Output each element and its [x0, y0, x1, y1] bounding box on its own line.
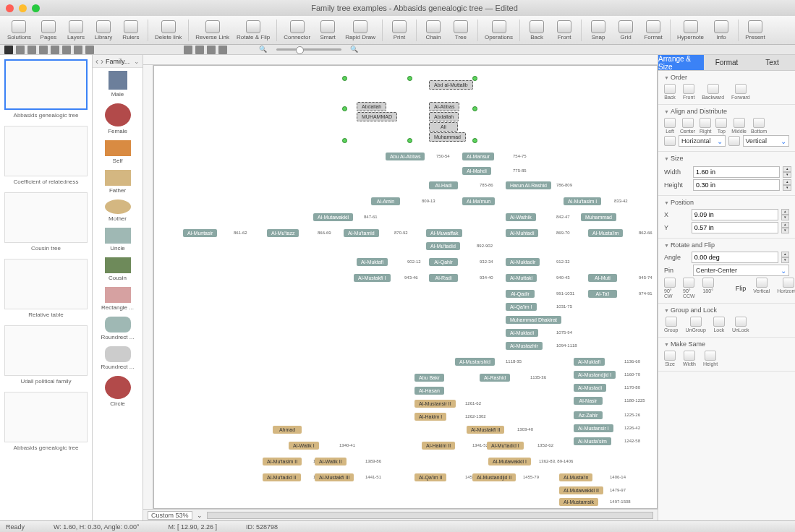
fwd-nav-icon[interactable]: ›: [101, 56, 103, 66]
tree-node[interactable]: Muhammad: [581, 213, 616, 221]
tree-node[interactable]: Muhammad Dhakirat: [506, 316, 561, 324]
toolbar-solutions[interactable]: Solutions: [4, 17, 34, 43]
height-button[interactable]: Height: [703, 351, 718, 366]
toolbar-operations[interactable]: Operations: [482, 17, 516, 43]
tree-node[interactable]: Abdallah: [357, 102, 386, 111]
width-stepper[interactable]: ▴▾: [783, 166, 791, 178]
traffic-lights[interactable]: [6, 4, 40, 12]
shape-female[interactable]: Female: [93, 100, 143, 137]
hand-tool-icon[interactable]: [85, 46, 94, 54]
toolbar-reverse-link[interactable]: Reverse Link: [192, 17, 232, 43]
y-stepper[interactable]: ▴▾: [781, 222, 789, 233]
selection-handle[interactable]: [342, 76, 347, 81]
page-thumb[interactable]: Relative table: [4, 259, 88, 318]
toolbar-delete-link[interactable]: Delete link: [152, 17, 184, 43]
text-tool-icon[interactable]: [16, 46, 25, 54]
pen-tool-icon[interactable]: [74, 46, 82, 54]
tree-node[interactable]: Al-Musta'sim: [574, 437, 611, 445]
ellipse-tool-icon[interactable]: [39, 46, 48, 54]
selection-handle[interactable]: [342, 106, 347, 111]
zoom-plus-icon[interactable]: 🔍: [350, 46, 359, 54]
tree-node[interactable]: Al-Muttaki: [506, 274, 537, 282]
minimize-icon[interactable]: [19, 4, 27, 12]
tree-node[interactable]: Al-Mustakfi III: [315, 473, 354, 481]
tree-node[interactable]: Al-Hadi: [429, 181, 458, 189]
shape-roundrect[interactable]: Roundrect ...: [93, 314, 143, 343]
tree-node[interactable]: Al-Hakim I: [414, 413, 446, 421]
tree-node[interactable]: Al-Qadir: [506, 290, 535, 298]
toolbar-grid[interactable]: Grid: [613, 17, 639, 43]
tree-node[interactable]: Al-Qahir: [429, 258, 458, 266]
shape-mother[interactable]: Mother: [93, 197, 143, 225]
selection-handle[interactable]: [407, 76, 412, 81]
toolbar-rulers[interactable]: Rulers: [118, 17, 144, 43]
page-thumb[interactable]: Cousin tree: [4, 192, 88, 252]
toolbar-tree[interactable]: Tree: [448, 17, 474, 43]
tree-node[interactable]: Al-Muwaffak: [426, 229, 462, 237]
toolbar-library[interactable]: Library: [90, 17, 116, 43]
selection-handle[interactable]: [472, 106, 477, 111]
tree-node[interactable]: Al-Mu'tasim I: [564, 197, 601, 205]
tree-node[interactable]: Al-Radi: [429, 274, 458, 282]
tree-node[interactable]: Al-Muktadir: [506, 258, 540, 266]
front-button[interactable]: Front: [683, 84, 694, 100]
tree-node[interactable]: Al-Amin: [371, 197, 400, 205]
tree-node[interactable]: Al-Mutawakkil I: [488, 458, 531, 466]
tree-node[interactable]: Ali: [429, 122, 458, 132]
tree-node[interactable]: Al-Mustazhir: [506, 342, 543, 350]
zoom-slider[interactable]: [276, 48, 341, 51]
flip-vertical-button[interactable]: Vertical: [753, 278, 770, 299]
tree-node[interactable]: Abd al-Muttalib: [429, 80, 473, 90]
tree-node[interactable]: Harun Al-Rashid: [506, 181, 551, 189]
toolbar-chain[interactable]: Chain: [420, 17, 446, 43]
tab-format[interactable]: Format: [704, 55, 749, 71]
toolbar-print[interactable]: Print: [386, 17, 412, 43]
backward-button[interactable]: Backward: [702, 84, 724, 100]
page-thumb[interactable]: Udall political family: [4, 325, 88, 385]
tree-node[interactable]: Al-Mustamsik: [559, 498, 598, 506]
-cw-button[interactable]: 90° CW: [664, 278, 676, 299]
back-button[interactable]: Back: [664, 84, 676, 100]
selection-handle[interactable]: [342, 138, 347, 143]
tree-node[interactable]: Al-Hakim II: [422, 442, 455, 450]
tree-node[interactable]: Al-Mu'tamid: [344, 229, 379, 237]
page-thumb[interactable]: Coefficient of relatedness: [4, 126, 88, 185]
eyedrop-icon[interactable]: [218, 46, 227, 54]
tree-node[interactable]: Al-Muhtadi: [506, 229, 538, 237]
angle-stepper[interactable]: ▴▾: [781, 252, 789, 263]
tree-node[interactable]: Al-Mustansir II: [414, 400, 456, 408]
unlock-button[interactable]: UnLock: [732, 317, 749, 332]
toolbar-present[interactable]: Present: [742, 17, 768, 43]
zoom-icon[interactable]: [32, 4, 40, 12]
tree-node[interactable]: Al-Mustakfi II: [467, 426, 504, 434]
tree-node[interactable]: Al-Muktafi: [574, 358, 605, 366]
zoom-tool-icon[interactable]: [195, 46, 204, 54]
tree-node[interactable]: Al-Mu'tazz: [267, 229, 299, 237]
zoom-dropdown-icon[interactable]: ⌄: [197, 512, 203, 519]
tree-node[interactable]: Al-Hasan: [414, 387, 444, 395]
arrow-tool-icon[interactable]: [4, 46, 13, 54]
x-input[interactable]: [692, 209, 778, 220]
tree-node[interactable]: Abu Bakr: [414, 374, 444, 382]
tree-node[interactable]: Al-Musta'im: [588, 229, 623, 237]
zoom-select[interactable]: Custom 53%: [148, 511, 192, 520]
y-input[interactable]: [692, 222, 778, 233]
toolbar-hypernote[interactable]: Hypernote: [674, 17, 707, 43]
toolbar-rapid-draw[interactable]: Rapid Draw: [342, 17, 378, 43]
tree-node[interactable]: Al-Mustakfi I: [354, 274, 391, 282]
tab-arrange[interactable]: Arrange & Size: [658, 55, 704, 71]
tree-node[interactable]: Al-Rashid: [480, 374, 510, 382]
-ccw-button[interactable]: 90° CCW: [683, 278, 695, 299]
zoom-out-icon[interactable]: [184, 46, 192, 54]
forward-button[interactable]: Forward: [731, 84, 750, 100]
middle-button[interactable]: Middle: [731, 118, 747, 134]
h-scrollbar[interactable]: [207, 512, 653, 519]
page-thumb[interactable]: Abbasids genealogic tree: [4, 392, 88, 451]
tree-node[interactable]: Al-Muktafi: [357, 258, 388, 266]
tree-node[interactable]: Al-Qa'im I: [506, 303, 537, 311]
drawing-canvas[interactable]: Abd al-MuttalibAbdallahAl-AbbasMUHAMMADA…: [153, 65, 658, 509]
toolbar-front[interactable]: Front: [551, 17, 577, 43]
tree-node[interactable]: Al-Abbas: [429, 102, 459, 111]
width-button[interactable]: Width: [683, 351, 696, 366]
line-tool-icon[interactable]: [51, 46, 59, 54]
